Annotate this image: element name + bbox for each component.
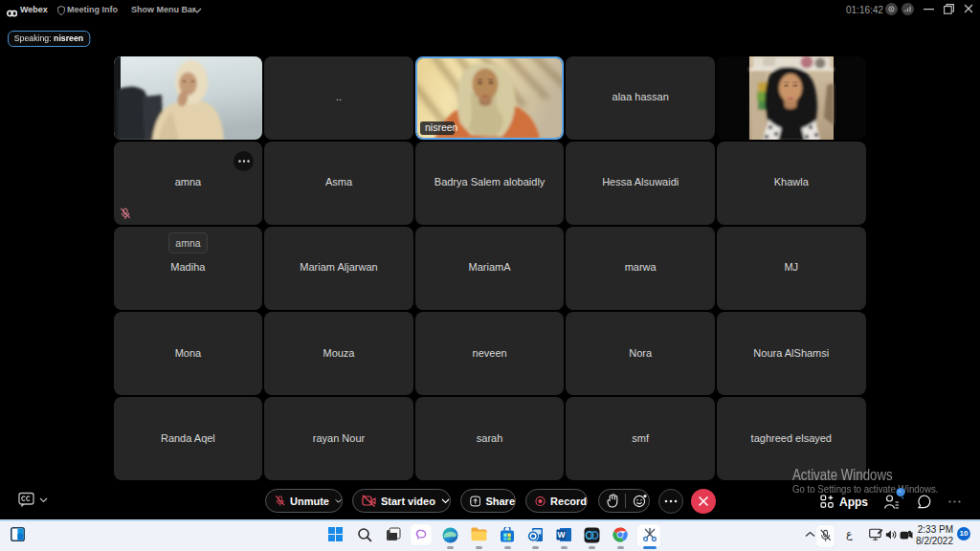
svg-text:W: W — [557, 530, 566, 540]
svg-text:nisreen: nisreen — [425, 122, 458, 133]
